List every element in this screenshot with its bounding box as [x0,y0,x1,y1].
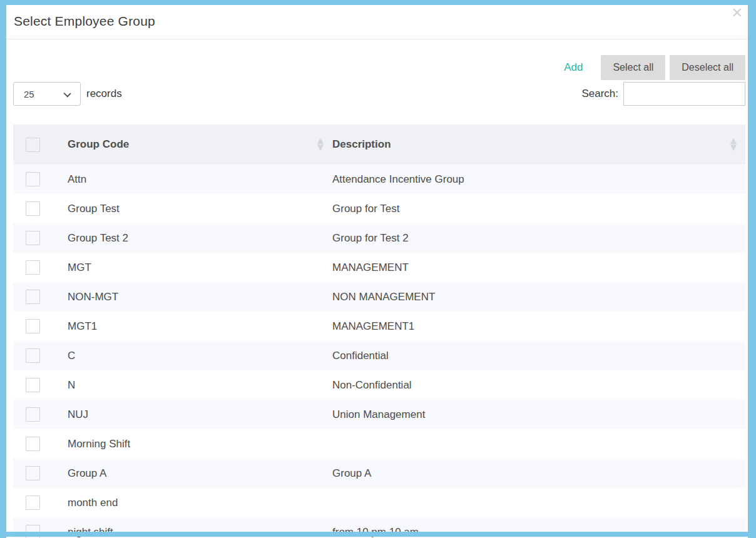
table-controls: 25 records Search: [13,82,745,106]
row-group-code: C [68,350,75,362]
add-link[interactable]: Add [564,61,583,74]
table-row[interactable]: month end [13,488,745,517]
select-employee-group-modal: Select Employee Group ✕ Add Select all D… [6,5,748,538]
row-description: Union Management [332,409,425,420]
row-group-code: MGT [68,261,91,273]
search-label: Search: [581,88,618,100]
row-description: MANAGEMENT1 [332,320,414,332]
row-group-code: Group A [68,467,106,479]
select-all-checkbox[interactable] [26,138,40,152]
table-row[interactable]: Group Test 2 Group for Test 2 [13,223,745,253]
select-all-button[interactable]: Select all [601,55,665,80]
row-description: Group A [332,467,371,479]
chevron-down-icon [63,89,71,97]
row-description: Group for Test [332,203,399,215]
row-checkbox[interactable] [26,319,40,333]
frame-bottom-band [0,532,756,537]
row-description: Confidential [332,350,389,362]
row-checkbox[interactable] [26,348,40,363]
header-checkbox-cell [13,138,68,152]
row-group-code: month end [68,497,118,509]
table-header-row: Group Code Description [13,124,745,165]
column-header-description[interactable]: Description [332,138,745,151]
table-row[interactable]: Group Test Group for Test [13,194,745,223]
row-group-code: NUJ [68,409,88,420]
search-control: Search: [581,82,745,106]
row-group-code: Attn [68,173,86,185]
table-row[interactable]: NON-MGT NON MANAGEMENT [13,282,745,312]
row-description: Attendance Incentive Group [332,173,464,185]
row-checkbox[interactable] [26,378,40,392]
modal-body: Add Select all Deselect all 25 records S… [6,55,748,538]
row-checkbox[interactable] [26,231,40,245]
modal-header: Select Employee Group ✕ [6,5,748,39]
row-checkbox[interactable] [26,466,40,480]
row-checkbox[interactable] [26,407,40,422]
row-description: Group for Test 2 [332,232,409,244]
table-row[interactable]: MGT1 MANAGEMENT1 [13,312,745,341]
row-group-code: N [68,379,75,391]
search-input[interactable] [623,82,745,106]
row-checkbox[interactable] [26,260,40,275]
deselect-all-button[interactable]: Deselect all [670,55,745,80]
table-body: Attn Attendance Incentive Group Group Te… [13,165,745,538]
records-per-page-value: 25 [24,89,34,99]
records-per-page-control: 25 records [13,82,122,106]
modal-title: Select Employee Group [14,14,155,29]
row-checkbox[interactable] [26,172,40,186]
table-row[interactable]: Morning Shift [13,429,745,459]
sort-icon[interactable] [730,138,737,152]
employee-group-table: Group Code Description Attn Attendance I… [13,124,745,538]
table-row[interactable]: C Confidential [13,341,745,370]
records-per-page-select[interactable]: 25 [13,82,81,106]
row-description: MANAGEMENT [332,261,409,273]
page-background: { "modal": { "title": "Select Employee G… [0,0,756,538]
close-icon[interactable]: ✕ [732,6,743,20]
row-description: Non-Confidential [332,379,412,391]
table-row[interactable]: N Non-Confidential [13,370,745,400]
row-checkbox[interactable] [26,201,40,216]
row-group-code: Group Test [68,203,120,215]
column-header-group-code[interactable]: Group Code [68,138,332,151]
row-checkbox[interactable] [26,437,40,451]
sort-icon[interactable] [317,138,324,152]
table-row[interactable]: MGT MANAGEMENT [13,253,745,282]
records-label: records [86,88,122,100]
row-checkbox[interactable] [26,495,40,510]
row-group-code: Morning Shift [68,438,130,450]
row-group-code: Group Test 2 [68,232,128,244]
toolbar: Add Select all Deselect all [13,55,745,80]
table-row[interactable]: Attn Attendance Incentive Group [13,165,745,194]
table-row[interactable]: NUJ Union Management [13,400,745,429]
row-checkbox[interactable] [26,290,40,304]
row-group-code: MGT1 [68,320,97,332]
row-description: NON MANAGEMENT [332,291,435,303]
table-row[interactable]: Group A Group A [13,459,745,488]
row-group-code: NON-MGT [68,291,118,303]
